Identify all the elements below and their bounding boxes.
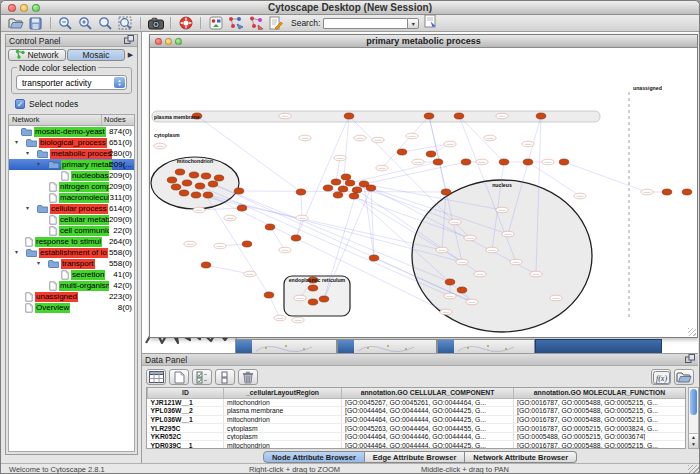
cell-value[interactable]: [GO:0044464, GO:0044444, GO:0044425, G..… bbox=[342, 415, 514, 424]
import-attributes-icon[interactable] bbox=[674, 369, 694, 385]
network-node[interactable] bbox=[279, 247, 291, 253]
attribute-checklist-icon[interactable] bbox=[192, 369, 212, 385]
tree-row[interactable]: nitrogen compo209(0) bbox=[9, 181, 134, 192]
network-node[interactable] bbox=[237, 205, 247, 211]
select-nodes-checkbox[interactable]: ✓ bbox=[15, 99, 25, 109]
network-node[interactable] bbox=[444, 293, 456, 299]
network-node[interactable] bbox=[224, 215, 236, 221]
network-node[interactable] bbox=[345, 180, 355, 186]
minimized-window[interactable] bbox=[235, 339, 337, 353]
network-node[interactable] bbox=[291, 235, 301, 241]
tab-node-attribute-browser[interactable]: Node Attribute Browser bbox=[263, 451, 365, 463]
network-node[interactable] bbox=[466, 299, 478, 305]
float-panel-icon[interactable] bbox=[124, 36, 134, 46]
cell-value[interactable]: [GO:0016787, GO:0005488, GO:0005215, G..… bbox=[514, 441, 686, 449]
cell-id[interactable]: YLR295C bbox=[148, 424, 224, 433]
network-node[interactable] bbox=[189, 172, 199, 178]
tab-mosaic[interactable]: Mosaic bbox=[67, 49, 125, 61]
tree-row[interactable]: unassigned223(0) bbox=[9, 291, 134, 302]
network-node[interactable] bbox=[662, 189, 672, 195]
network-node[interactable] bbox=[376, 165, 388, 171]
network-node[interactable] bbox=[486, 247, 498, 253]
cell-value[interactable]: mitochondrion bbox=[224, 398, 342, 407]
table-row[interactable]: YJR121W__1mitochondrion[GO:0045267, GO:0… bbox=[148, 398, 686, 407]
network-node[interactable] bbox=[440, 309, 452, 315]
cell-value[interactable]: [GO:0045267, GO:0045261, GO:0044464, G..… bbox=[342, 398, 514, 407]
network-node[interactable] bbox=[244, 271, 256, 277]
network-node[interactable] bbox=[550, 295, 562, 301]
network-node[interactable] bbox=[323, 185, 333, 191]
network-node[interactable] bbox=[265, 224, 275, 230]
network-node[interactable] bbox=[203, 192, 213, 198]
tree-row[interactable]: cellular metabo209(0) bbox=[9, 214, 134, 225]
tree-row[interactable]: multi-organism pro42(0) bbox=[9, 280, 134, 291]
float-panel-icon[interactable] bbox=[685, 355, 695, 365]
network-node[interactable] bbox=[274, 315, 286, 321]
network-node[interactable] bbox=[354, 135, 366, 141]
tree-expand-arrow[interactable]: ▾ bbox=[37, 160, 40, 167]
cell-value[interactable]: mitochondrion bbox=[224, 441, 342, 449]
cell-id[interactable]: YDR039C__1 bbox=[148, 441, 224, 449]
network-node[interactable] bbox=[436, 247, 448, 253]
node-color-dropdown[interactable]: transporter activity ▲▼ bbox=[16, 75, 127, 90]
network-node[interactable] bbox=[682, 189, 692, 195]
network-node[interactable] bbox=[319, 296, 329, 302]
network-node[interactable] bbox=[424, 113, 434, 119]
save-icon[interactable] bbox=[27, 16, 44, 31]
tab-network-attribute-browser[interactable]: Network Attribute Browser bbox=[465, 451, 577, 463]
network-node[interactable] bbox=[542, 159, 554, 165]
view-resize-grip[interactable] bbox=[688, 328, 696, 336]
network-node[interactable] bbox=[294, 295, 306, 301]
cell-value[interactable]: [GO:0045263, GO:0044464, GO:0044455, G..… bbox=[342, 424, 514, 433]
network-node[interactable] bbox=[496, 113, 508, 119]
network-node[interactable] bbox=[201, 173, 211, 179]
tree-row[interactable]: mosaic-demo-yeast874(0) bbox=[9, 126, 134, 137]
network-node[interactable] bbox=[214, 175, 224, 181]
cell-value[interactable]: [GO:0005488, GO:0005215, GO:0003674] bbox=[514, 432, 686, 441]
network-node[interactable] bbox=[476, 159, 488, 165]
network-node[interactable] bbox=[333, 192, 343, 198]
network-node[interactable] bbox=[406, 133, 418, 139]
zoom-in-icon[interactable] bbox=[77, 16, 94, 31]
search-dropdown-arrow[interactable]: ▾ bbox=[407, 18, 419, 29]
network-node[interactable] bbox=[433, 159, 443, 165]
network-node[interactable] bbox=[522, 141, 534, 147]
scrollbar-thumb[interactable] bbox=[690, 389, 697, 415]
network-node[interactable] bbox=[454, 113, 464, 119]
delete-attribute-icon[interactable] bbox=[238, 369, 258, 385]
tree-row[interactable]: Overview8(0) bbox=[9, 302, 134, 313]
network-node[interactable] bbox=[502, 231, 514, 237]
network-node[interactable] bbox=[167, 177, 177, 183]
cell-value[interactable]: [GO:0044464, GO:0044444, GO:0044425, G..… bbox=[342, 441, 514, 449]
network-node[interactable] bbox=[464, 235, 476, 241]
network-node[interactable] bbox=[171, 184, 181, 190]
network-node[interactable] bbox=[499, 159, 509, 165]
cell-value[interactable]: [GO:0016787, GO:0005488, GO:0005215, G..… bbox=[514, 415, 686, 424]
network-node[interactable] bbox=[296, 215, 308, 221]
cell-id[interactable]: YJR121W__1 bbox=[148, 398, 224, 407]
destroy-view-icon[interactable] bbox=[247, 16, 264, 31]
table-row[interactable]: YLR295Ccytoplasm[GO:0045263, GO:0044464,… bbox=[148, 424, 686, 433]
network-node[interactable] bbox=[496, 207, 508, 213]
tree-row[interactable]: macromolecule311(0) bbox=[9, 192, 134, 203]
tree-row[interactable]: ▾biological_process651(0) bbox=[9, 137, 134, 148]
network-node[interactable] bbox=[195, 183, 205, 189]
network-node[interactable] bbox=[510, 259, 522, 265]
table-scrollbar[interactable]: ▲ ▼ bbox=[688, 387, 699, 449]
cell-value[interactable]: plasma membrane bbox=[224, 407, 342, 416]
table-row[interactable]: YDR039C__1mitochondrion[GO:0044464, GO:0… bbox=[148, 441, 686, 449]
zoom-out-icon[interactable] bbox=[57, 16, 74, 31]
network-node[interactable] bbox=[352, 187, 362, 193]
network-node[interactable] bbox=[397, 149, 407, 155]
network-node[interactable] bbox=[234, 188, 244, 194]
network-node[interactable] bbox=[308, 285, 318, 291]
network-node[interactable] bbox=[445, 279, 455, 285]
network-node[interactable] bbox=[292, 317, 304, 323]
network-node[interactable] bbox=[457, 287, 467, 293]
network-canvas[interactable]: plasma membranecytoplasmmitochondrionnuc… bbox=[150, 48, 697, 337]
network-node[interactable] bbox=[175, 169, 185, 175]
network-node[interactable] bbox=[154, 143, 166, 149]
attribute-list-icon[interactable] bbox=[215, 369, 235, 385]
network-node[interactable] bbox=[349, 193, 359, 199]
network-view-window[interactable]: primary metabolic process plasma membran… bbox=[149, 34, 698, 338]
